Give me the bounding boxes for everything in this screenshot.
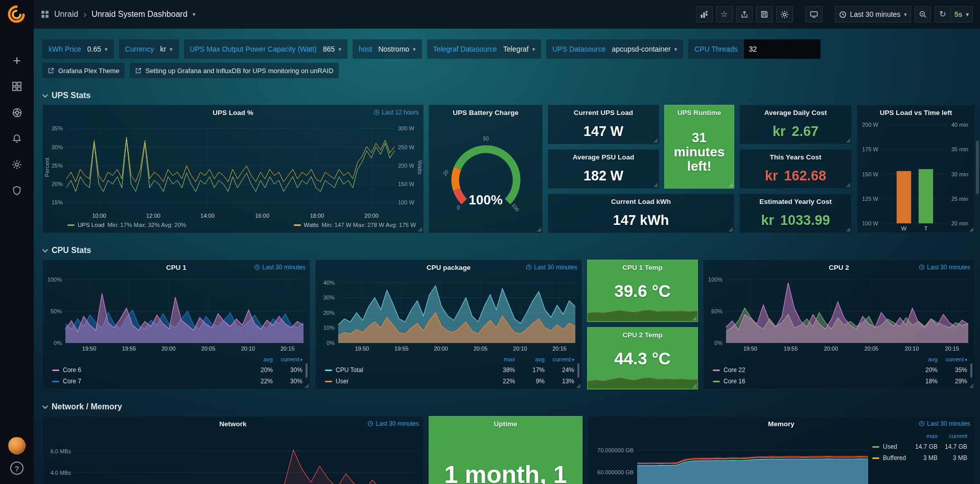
add-panel-button[interactable] xyxy=(696,6,713,22)
dashboards-button[interactable] xyxy=(11,80,23,93)
share-button[interactable] xyxy=(736,6,753,22)
variable-telegraf-datasource[interactable]: Telegraf Datasource Telegraf▾ xyxy=(427,39,542,59)
zoom-out-button[interactable] xyxy=(915,6,931,22)
network-chart[interactable]: 2.0 MBs4.0 MBs6.0 MBs xyxy=(43,431,423,484)
panel-title[interactable]: CPU 1 Temp xyxy=(622,264,663,271)
cpu2-chart[interactable]: 0%50%100%19:5019:5520:0020:0520:1020:15 xyxy=(704,274,974,353)
legend-col-avg[interactable]: avg xyxy=(908,356,938,362)
help-button[interactable]: ? xyxy=(10,462,24,475)
variable-value[interactable]: kr▾ xyxy=(160,45,172,53)
page-scrollbar-thumb[interactable] xyxy=(976,141,979,194)
variable-ups-datasource[interactable]: UPS Datasource apcupsd-container▾ xyxy=(546,39,683,59)
save-button[interactable] xyxy=(756,6,773,22)
section-network-memory[interactable]: Network / Memory xyxy=(42,402,975,412)
breadcrumb-dashboard-title[interactable]: Unraid System Dashboard xyxy=(91,10,188,19)
legend-row-core16[interactable]: Core 16 18% 29% xyxy=(713,376,967,387)
panel-title[interactable]: Uptime xyxy=(494,420,518,428)
load-vs-time-chart[interactable]: 100 W125 W150 W175 W200 W20 min25 min30 … xyxy=(857,120,974,233)
dashboard-dropdown-caret[interactable]: ▾ xyxy=(193,11,196,18)
legend-row-cpu-total[interactable]: CPU Total 38% 17% 24% xyxy=(325,364,574,376)
panel-title[interactable]: CPU 2 Temp xyxy=(622,331,663,339)
legend-row-user[interactable]: User 22% 9% 13% xyxy=(325,376,574,387)
alerting-button[interactable] xyxy=(11,132,23,145)
legend-row-core6[interactable]: Core 6 20% 30% xyxy=(52,364,302,376)
server-admin-button[interactable] xyxy=(11,185,23,197)
panel-header[interactable]: UPS Battery Charge xyxy=(429,105,542,120)
network-memory-row: Network Last 30 minutes 2.0 MBs4.0 MBs6.… xyxy=(42,416,975,484)
legend-scrollbar[interactable] xyxy=(306,363,308,378)
save-icon xyxy=(760,10,768,18)
variable-currency[interactable]: Currency kr▾ xyxy=(119,39,179,59)
cpu-threads-input[interactable]: 32 xyxy=(744,39,821,59)
legend-row-core7[interactable]: Core 7 22% 30% xyxy=(52,376,302,387)
panel-title[interactable]: UPS Load vs Time left xyxy=(880,109,952,117)
variable-kwh-price[interactable]: kWh Price 0.65▾ xyxy=(42,39,114,59)
legend-col-avg[interactable]: avg xyxy=(243,356,273,362)
dashboard-canvas: kWh Price 0.65▾ Currency kr▾ UPS Max Out… xyxy=(34,29,980,484)
panel-title[interactable]: Estimated Yearly Cost xyxy=(759,198,832,205)
ups-load-chart[interactable]: 15%20%25%30%35%100 W150 W200 W250 W300 W… xyxy=(43,120,423,220)
variable-value[interactable]: 865▾ xyxy=(323,45,341,53)
panel-title[interactable]: Current Load kWh xyxy=(611,198,671,205)
configuration-button[interactable] xyxy=(11,158,23,171)
sort-caret-icon: ▾ xyxy=(965,357,967,362)
panel-title[interactable]: CPU 1 xyxy=(166,264,186,271)
panel-title[interactable]: UPS Load % xyxy=(213,109,253,117)
user-avatar[interactable] xyxy=(8,437,26,454)
time-badge: Last 30 minutes xyxy=(367,420,419,427)
section-cpu-stats[interactable]: CPU Stats xyxy=(42,245,975,256)
create-button[interactable]: + xyxy=(11,54,23,66)
variable-ups-max-output[interactable]: UPS Max Output Power Capacity (Watt) 865… xyxy=(184,39,347,59)
panel-title[interactable]: Average PSU Load xyxy=(573,153,634,161)
cycle-view-mode-button[interactable] xyxy=(805,6,823,22)
legend-scrollbar[interactable] xyxy=(577,363,579,378)
panel-title[interactable]: This Years Cost xyxy=(769,153,821,161)
legend-scrollbar[interactable] xyxy=(970,363,972,378)
legend-col-current[interactable]: current▾ xyxy=(273,356,302,362)
refresh-interval-button[interactable]: 5s ▾ xyxy=(951,6,973,22)
panel-title[interactable]: CPU 2 xyxy=(829,264,849,271)
star-button[interactable]: ☆ xyxy=(716,6,733,22)
panel-title[interactable]: Memory xyxy=(768,420,795,428)
legend: max current Used 14.7 GB 14.7 GB Buffere… xyxy=(872,431,974,484)
legend-col-avg[interactable]: avg xyxy=(515,356,545,362)
memory-chart[interactable]: 50.000000 GB60.000000 GB70.000000 GB xyxy=(588,431,872,484)
panel-title[interactable]: Network xyxy=(219,420,246,428)
legend-row-core22[interactable]: Core 22 20% 35% xyxy=(713,364,967,376)
legend-col-current[interactable]: current▾ xyxy=(545,356,574,362)
grafana-logo[interactable] xyxy=(7,4,27,25)
variable-value[interactable]: apcupsd-container▾ xyxy=(612,45,678,53)
cpu-package-chart[interactable]: 0%10%20%30%40%19:5019:5520:0020:0520:102… xyxy=(316,274,581,353)
panel-title[interactable]: UPS Runtime xyxy=(678,109,721,117)
legend-col-current[interactable]: current▾ xyxy=(938,356,967,362)
variable-value[interactable]: 0.65▾ xyxy=(87,45,108,53)
legend-col-max[interactable]: max xyxy=(908,433,938,439)
dashboard-settings-button[interactable] xyxy=(776,6,793,22)
explore-button[interactable] xyxy=(11,106,23,119)
panel-header[interactable]: UPS Load % xyxy=(43,105,423,120)
legend-item-watts[interactable]: Watts Min: 147 W Max: 278 W Avg: 175 W xyxy=(294,222,416,228)
time-range-picker[interactable]: Last 30 minutes ▾ xyxy=(835,6,911,22)
link-grafana-plex-theme[interactable]: Grafana Plex Theme xyxy=(42,63,125,78)
sidebar-bottom: ? xyxy=(0,437,34,475)
variable-host[interactable]: host Nostromo▾ xyxy=(353,39,422,59)
panel-title[interactable]: Average Daily Cost xyxy=(764,109,827,117)
legend-col-current[interactable]: current xyxy=(938,433,967,439)
link-ups-monitoring-guide[interactable]: Setting up Grafana and InfluxDB for UPS … xyxy=(130,63,339,78)
legend-row-buffered[interactable]: Buffered 3 MB 3 MB xyxy=(872,452,967,464)
breadcrumb-folder[interactable]: Unraid xyxy=(54,10,78,19)
refresh-button[interactable]: ↻ xyxy=(935,6,951,22)
panel-uptime: Uptime 1 month, 1 xyxy=(429,416,582,484)
variable-value[interactable]: Nostromo▾ xyxy=(378,45,415,53)
cpu1-chart[interactable]: 0%50%100%19:5019:5520:0020:0520:1020:15 xyxy=(43,274,310,353)
legend-item-ups-load[interactable]: UPS Load Min: 17% Max: 32% Avg: 20% xyxy=(67,222,186,228)
section-ups-stats[interactable]: UPS Stats xyxy=(42,90,975,101)
svg-text:19:50: 19:50 xyxy=(355,345,369,352)
star-icon: ☆ xyxy=(720,10,728,18)
legend-col-max[interactable]: max xyxy=(485,356,515,362)
legend-row-used[interactable]: Used 14.7 GB 14.7 GB xyxy=(872,441,967,452)
panel-title[interactable]: Current UPS Load xyxy=(574,109,633,117)
panel-title[interactable]: CPU package xyxy=(427,264,471,271)
variable-value[interactable]: Telegraf▾ xyxy=(503,45,535,53)
panel-title[interactable]: UPS Battery Charge xyxy=(453,109,518,117)
